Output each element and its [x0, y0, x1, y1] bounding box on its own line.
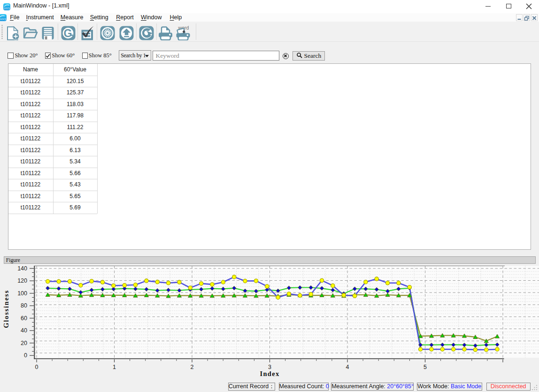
svg-text:1: 1 — [113, 364, 116, 370]
svg-text:100: 100 — [17, 290, 27, 297]
svg-text:140: 140 — [17, 265, 27, 272]
svg-text:GOCS: GOCS — [0, 18, 6, 21]
svg-text:Glossiness: Glossiness — [2, 290, 10, 328]
svg-text:2: 2 — [191, 364, 194, 370]
svg-text:20: 20 — [21, 340, 27, 346]
svg-text:G: G — [63, 27, 72, 39]
svg-text:4: 4 — [346, 364, 349, 370]
svg-text:Index: Index — [260, 370, 280, 377]
svg-text:120: 120 — [17, 277, 27, 284]
svg-text:40: 40 — [21, 327, 27, 334]
svg-text:0: 0 — [35, 364, 38, 370]
svg-text:3: 3 — [268, 364, 271, 370]
svg-text:80: 80 — [21, 302, 27, 309]
svg-text:0: 0 — [24, 352, 27, 359]
svg-text:60: 60 — [21, 315, 27, 322]
svg-text:5: 5 — [424, 364, 427, 370]
svg-text:GOCS: GOCS — [4, 7, 10, 9]
